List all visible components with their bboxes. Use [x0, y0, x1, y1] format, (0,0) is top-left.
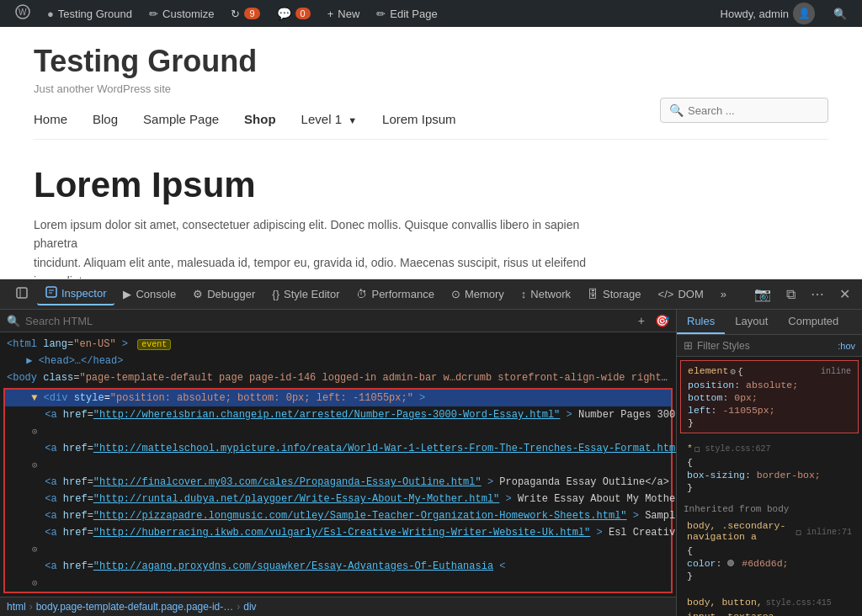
- devtools-console-tab[interactable]: ▶ Console: [114, 284, 184, 304]
- edit-page-button[interactable]: ✏ Edit Page: [368, 0, 445, 27]
- link-href-2[interactable]: "http://mattelschool.mypicture.info/reat…: [93, 443, 676, 454]
- css-property-color-1: color: #6d6d6d;: [684, 557, 855, 570]
- dom-icon: </>: [658, 288, 674, 300]
- devtools-more-options[interactable]: ⋯: [806, 283, 829, 305]
- wildcard-source: style.css:627: [705, 444, 771, 454]
- css-layout-tab[interactable]: Layout: [725, 310, 778, 334]
- link-href-3[interactable]: "http://finalcover.my03.com/cales/Propag…: [93, 476, 482, 488]
- html-element-line[interactable]: <html lang="en-US" > event: [0, 336, 676, 353]
- wp-logo-icon: W: [15, 4, 30, 24]
- devtools-more-button[interactable]: »: [712, 284, 735, 304]
- color-swatch-1[interactable]: [727, 560, 734, 566]
- div-style-val: "position: absolute; bottom: 0px; left: …: [110, 392, 413, 404]
- devtools-toolbar-right: 📷 ⧉ ⋯ ✕: [749, 283, 855, 305]
- breadcrumb-body[interactable]: body.page-template-default.page.page-id-…: [36, 601, 234, 613]
- nav-blog[interactable]: Blog: [93, 112, 118, 126]
- event-badge: event: [137, 339, 171, 350]
- link-line-6[interactable]: <a href="http://huberracing.ikwb.com/vul…: [5, 524, 671, 541]
- link-href-5[interactable]: "http://pizzapadre.longmusic.com/utley/S…: [93, 510, 627, 522]
- site-icon: ●: [47, 8, 54, 20]
- expand-icon-3[interactable]: ⊙: [5, 541, 671, 558]
- expand-icon-1[interactable]: ⊙: [5, 423, 671, 440]
- selected-div-line[interactable]: ▼ <div style="position: absolute; bottom…: [5, 390, 671, 406]
- nav-shop[interactable]: Shop: [244, 112, 276, 126]
- devtools-performance-tab[interactable]: ⏱ Performance: [348, 284, 442, 304]
- screenshot-button[interactable]: 📷: [749, 283, 776, 305]
- link-href-7[interactable]: "http://agang.proxydns.com/squawker/Essa…: [93, 560, 493, 572]
- new-content-button[interactable]: + New: [319, 0, 369, 27]
- site-header: Testing Ground Just another WordPress si…: [34, 44, 828, 95]
- link-line-5[interactable]: <a href="http://pizzapadre.longmusic.com…: [5, 507, 671, 524]
- link-href-4[interactable]: "http://runtal.dubya.net/playgoer/Write-…: [93, 493, 499, 505]
- wp-logo-button[interactable]: W: [7, 0, 39, 27]
- link-href-6[interactable]: "http://huberracing.ikwb.com/vulgarly/Es…: [93, 527, 591, 539]
- admin-search-button[interactable]: 🔍: [825, 0, 855, 27]
- devtools-cursor-button[interactable]: [7, 283, 37, 305]
- body-nav-selector-line: body, .secondary-navigation a ☐ inline:7…: [684, 519, 855, 544]
- search-input[interactable]: [688, 104, 819, 117]
- updates-icon: ↻: [231, 8, 240, 20]
- admin-search-icon: 🔍: [833, 8, 847, 20]
- nav-sample-page[interactable]: Sample Page: [143, 112, 219, 126]
- devtools-inspector-tab[interactable]: Inspector: [37, 283, 114, 305]
- gear-icon[interactable]: ⚙: [730, 366, 736, 377]
- collapse-arrow: ▼: [31, 392, 43, 404]
- expand-icon-2[interactable]: ⊙: [5, 457, 671, 474]
- css-panel-tabs: Rules Layout Computed: [677, 310, 862, 335]
- responsive-design-button[interactable]: ⧉: [781, 284, 801, 305]
- devtools-memory-tab[interactable]: ⊙ Memory: [443, 284, 513, 304]
- devtools-debugger-tab[interactable]: ⚙ Debugger: [184, 284, 263, 304]
- link-line-1[interactable]: <a href="http://whereisbrian.changeip.ne…: [5, 406, 671, 423]
- search-box[interactable]: 🔍: [660, 98, 828, 123]
- hov-pseudo-button[interactable]: :hov: [838, 341, 855, 351]
- close-devtools-button[interactable]: ✕: [834, 283, 855, 305]
- css-rules-tab[interactable]: Rules: [677, 310, 725, 334]
- tag-close: >: [122, 338, 128, 350]
- body-nav-open: {: [684, 544, 855, 557]
- devtools-storage-tab[interactable]: 🗄 Storage: [579, 284, 650, 304]
- body-nav-gear[interactable]: ☐: [795, 527, 801, 538]
- devtools-style-editor-tab[interactable]: {} Style Editor: [263, 284, 348, 304]
- css-property-position: position: absolute;: [684, 379, 854, 391]
- link-line-4[interactable]: <a href="http://runtal.dubya.net/playgoe…: [5, 491, 671, 507]
- link-line-2[interactable]: <a href="http://mattelschool.mypicture.i…: [5, 440, 671, 457]
- inspector-panel: 🔍 + 🎯 <html lang="en-US" > event ▶ <head…: [0, 310, 677, 616]
- style-editor-icon: {}: [272, 288, 279, 300]
- link-line-3[interactable]: <a href="http://finalcover.my03.com/cale…: [5, 474, 671, 491]
- nav-lorem-ipsum[interactable]: Lorem Ipsum: [382, 112, 456, 126]
- storage-icon: 🗄: [588, 288, 599, 300]
- expand-icon-4[interactable]: ⊙: [5, 575, 671, 592]
- breadcrumb-div[interactable]: div: [243, 601, 256, 613]
- inherited-from-body-label: Inherited from body: [684, 504, 859, 514]
- memory-label: Memory: [465, 288, 504, 300]
- body-button-selector: body, button,: [687, 597, 763, 608]
- dom-label: DOM: [678, 288, 703, 300]
- html-tree[interactable]: <html lang="en-US" > event ▶ <head>…</he…: [0, 332, 676, 597]
- customize-button[interactable]: ✏ Customize: [141, 0, 222, 27]
- howdy-user[interactable]: Howdy, admin 👤: [712, 0, 823, 27]
- body-element-line[interactable]: <body class="page-template-default page …: [0, 369, 676, 386]
- devtools-dom-tab[interactable]: </> DOM: [650, 284, 712, 304]
- html-search-input[interactable]: [25, 315, 633, 327]
- link-href-1[interactable]: "http://whereisbrian.changeip.net/arrest…: [93, 409, 561, 421]
- devtools-toolbar: Inspector ▶ Console ⚙ Debugger {} Style …: [0, 279, 862, 310]
- head-element-line[interactable]: ▶ <head>…</head>: [0, 353, 676, 369]
- css-property-box-sizing: box-sizing: border-box;: [684, 469, 855, 481]
- pick-element-button[interactable]: 🎯: [655, 314, 669, 327]
- link-line-7[interactable]: <a href="http://agang.proxydns.com/squaw…: [5, 558, 671, 575]
- add-node-button[interactable]: +: [638, 314, 645, 327]
- devtools-network-tab[interactable]: ↕ Network: [513, 284, 579, 304]
- updates-button[interactable]: ↻ 9: [222, 0, 268, 27]
- body-nav-rule: body, .secondary-navigation a ☐ inline:7…: [680, 516, 859, 586]
- filter-icon: ⊞: [684, 339, 693, 352]
- wildcard-gear-icon[interactable]: ☐: [694, 443, 700, 454]
- edit-page-label: Edit Page: [390, 8, 437, 20]
- breadcrumb-html[interactable]: html: [7, 601, 26, 613]
- nav-level1[interactable]: Level 1 ▼: [301, 112, 357, 126]
- testing-ground-link[interactable]: ● Testing Ground: [39, 0, 141, 27]
- customize-label: Customize: [162, 8, 214, 20]
- div-style-attr: style: [74, 392, 104, 404]
- nav-home[interactable]: Home: [34, 112, 67, 126]
- css-computed-tab[interactable]: Computed: [778, 310, 849, 334]
- comments-button[interactable]: 💬 0: [269, 0, 319, 27]
